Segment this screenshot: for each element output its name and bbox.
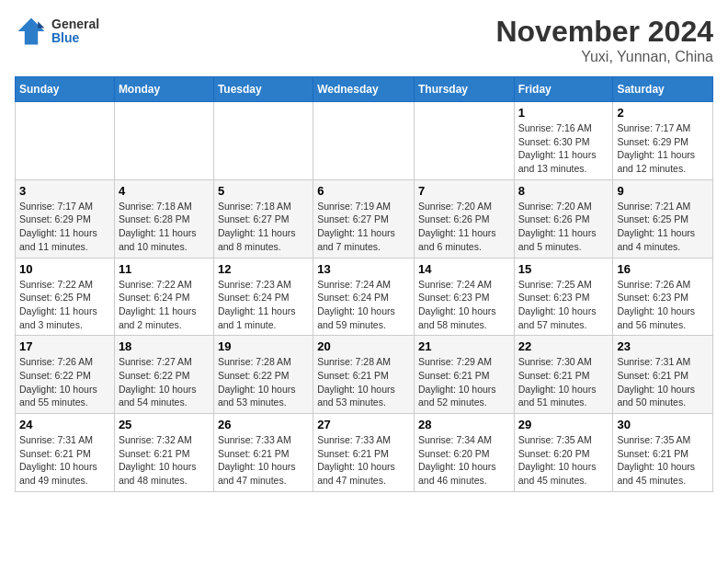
day-info: Sunrise: 7:23 AMSunset: 6:24 PMDaylight:… xyxy=(218,278,309,332)
day-number: 23 xyxy=(617,339,709,353)
calendar-day-cell: 1Sunrise: 7:16 AMSunset: 6:30 PMDaylight… xyxy=(514,102,613,180)
logo-blue: Blue xyxy=(51,31,99,45)
day-number: 24 xyxy=(19,418,110,431)
day-number: 21 xyxy=(418,339,510,353)
day-of-week-header: Friday xyxy=(514,77,613,102)
calendar-day-cell: 27Sunrise: 7:33 AMSunset: 6:21 PMDayligh… xyxy=(313,414,415,492)
calendar-day-cell: 14Sunrise: 7:24 AMSunset: 6:23 PMDayligh… xyxy=(414,258,514,336)
day-info: Sunrise: 7:18 AMSunset: 6:27 PMDaylight:… xyxy=(218,200,309,254)
day-number: 10 xyxy=(19,262,110,276)
day-number: 16 xyxy=(617,262,709,276)
page-header: General Blue November 2024 Yuxi, Yunnan,… xyxy=(15,15,713,65)
logo: General Blue xyxy=(15,15,99,48)
calendar-day-cell: 24Sunrise: 7:31 AMSunset: 6:21 PMDayligh… xyxy=(16,414,115,492)
day-number: 17 xyxy=(19,339,110,353)
calendar-week-row: 1Sunrise: 7:16 AMSunset: 6:30 PMDaylight… xyxy=(16,102,713,180)
calendar-week-row: 24Sunrise: 7:31 AMSunset: 6:21 PMDayligh… xyxy=(16,414,713,492)
day-info: Sunrise: 7:24 AMSunset: 6:24 PMDaylight:… xyxy=(317,278,410,332)
calendar-day-cell xyxy=(313,102,415,180)
day-info: Sunrise: 7:35 AMSunset: 6:20 PMDaylight:… xyxy=(518,433,609,488)
day-info: Sunrise: 7:26 AMSunset: 6:23 PMDaylight:… xyxy=(617,278,709,332)
calendar-day-cell: 20Sunrise: 7:28 AMSunset: 6:21 PMDayligh… xyxy=(313,336,415,414)
calendar-table: SundayMondayTuesdayWednesdayThursdayFrid… xyxy=(15,76,713,492)
day-info: Sunrise: 7:27 AMSunset: 6:22 PMDaylight:… xyxy=(119,355,210,409)
calendar-day-cell: 17Sunrise: 7:26 AMSunset: 6:22 PMDayligh… xyxy=(16,336,115,414)
calendar-day-cell: 10Sunrise: 7:22 AMSunset: 6:25 PMDayligh… xyxy=(16,258,115,336)
calendar-day-cell: 2Sunrise: 7:17 AMSunset: 6:29 PMDaylight… xyxy=(613,102,713,180)
day-info: Sunrise: 7:34 AMSunset: 6:20 PMDaylight:… xyxy=(418,433,510,488)
day-number: 5 xyxy=(218,184,309,198)
day-info: Sunrise: 7:35 AMSunset: 6:21 PMDaylight:… xyxy=(617,433,709,488)
day-number: 19 xyxy=(218,339,309,353)
calendar-day-cell: 25Sunrise: 7:32 AMSunset: 6:21 PMDayligh… xyxy=(114,414,213,492)
day-of-week-header: Sunday xyxy=(16,77,115,102)
day-number: 2 xyxy=(617,106,709,120)
calendar-day-cell xyxy=(16,102,115,180)
day-info: Sunrise: 7:25 AMSunset: 6:23 PMDaylight:… xyxy=(518,278,609,332)
calendar-day-cell: 29Sunrise: 7:35 AMSunset: 6:20 PMDayligh… xyxy=(514,414,613,492)
day-info: Sunrise: 7:21 AMSunset: 6:25 PMDaylight:… xyxy=(617,200,709,254)
location: Yuxi, Yunnan, China xyxy=(495,49,713,65)
day-info: Sunrise: 7:19 AMSunset: 6:27 PMDaylight:… xyxy=(317,200,410,254)
day-info: Sunrise: 7:20 AMSunset: 6:26 PMDaylight:… xyxy=(418,200,510,254)
day-number: 7 xyxy=(418,184,510,198)
day-info: Sunrise: 7:32 AMSunset: 6:21 PMDaylight:… xyxy=(119,433,210,488)
calendar-day-cell: 5Sunrise: 7:18 AMSunset: 6:27 PMDaylight… xyxy=(213,179,313,258)
day-number: 26 xyxy=(218,418,309,431)
calendar-day-cell: 22Sunrise: 7:30 AMSunset: 6:21 PMDayligh… xyxy=(514,336,613,414)
svg-marker-1 xyxy=(38,21,44,28)
day-info: Sunrise: 7:31 AMSunset: 6:21 PMDaylight:… xyxy=(19,433,110,488)
day-number: 30 xyxy=(617,418,709,431)
day-info: Sunrise: 7:20 AMSunset: 6:26 PMDaylight:… xyxy=(518,200,609,254)
calendar-day-cell: 18Sunrise: 7:27 AMSunset: 6:22 PMDayligh… xyxy=(114,336,213,414)
day-number: 3 xyxy=(19,184,110,198)
month-title: November 2024 xyxy=(495,15,713,49)
calendar-week-row: 10Sunrise: 7:22 AMSunset: 6:25 PMDayligh… xyxy=(16,258,713,336)
day-number: 18 xyxy=(119,339,210,353)
day-number: 9 xyxy=(617,184,709,198)
day-number: 29 xyxy=(518,418,609,431)
day-of-week-header: Wednesday xyxy=(313,77,415,102)
logo-text: General Blue xyxy=(51,17,99,46)
day-info: Sunrise: 7:17 AMSunset: 6:29 PMDaylight:… xyxy=(19,200,110,254)
calendar-header-row: SundayMondayTuesdayWednesdayThursdayFrid… xyxy=(16,77,713,102)
day-number: 25 xyxy=(119,418,210,431)
calendar-day-cell: 6Sunrise: 7:19 AMSunset: 6:27 PMDaylight… xyxy=(313,179,415,258)
day-info: Sunrise: 7:26 AMSunset: 6:22 PMDaylight:… xyxy=(19,355,110,409)
day-of-week-header: Monday xyxy=(114,77,213,102)
day-number: 20 xyxy=(317,339,410,353)
day-number: 28 xyxy=(418,418,510,431)
calendar-day-cell: 7Sunrise: 7:20 AMSunset: 6:26 PMDaylight… xyxy=(414,179,514,258)
svg-marker-0 xyxy=(18,18,45,45)
day-info: Sunrise: 7:16 AMSunset: 6:30 PMDaylight:… xyxy=(518,121,609,176)
calendar-day-cell: 16Sunrise: 7:26 AMSunset: 6:23 PMDayligh… xyxy=(613,258,713,336)
calendar-day-cell xyxy=(414,102,514,180)
day-info: Sunrise: 7:31 AMSunset: 6:21 PMDaylight:… xyxy=(617,355,709,409)
calendar-day-cell: 13Sunrise: 7:24 AMSunset: 6:24 PMDayligh… xyxy=(313,258,415,336)
day-number: 14 xyxy=(418,262,510,276)
day-info: Sunrise: 7:18 AMSunset: 6:28 PMDaylight:… xyxy=(119,200,210,254)
calendar-day-cell: 21Sunrise: 7:29 AMSunset: 6:21 PMDayligh… xyxy=(414,336,514,414)
title-area: November 2024 Yuxi, Yunnan, China xyxy=(495,15,713,65)
logo-general: General xyxy=(51,17,99,31)
day-number: 1 xyxy=(518,106,609,120)
calendar-day-cell: 11Sunrise: 7:22 AMSunset: 6:24 PMDayligh… xyxy=(114,258,213,336)
calendar-week-row: 17Sunrise: 7:26 AMSunset: 6:22 PMDayligh… xyxy=(16,336,713,414)
day-number: 4 xyxy=(119,184,210,198)
day-number: 27 xyxy=(317,418,410,431)
day-info: Sunrise: 7:33 AMSunset: 6:21 PMDaylight:… xyxy=(218,433,309,488)
day-of-week-header: Saturday xyxy=(613,77,713,102)
calendar-day-cell xyxy=(114,102,213,180)
calendar-day-cell: 8Sunrise: 7:20 AMSunset: 6:26 PMDaylight… xyxy=(514,179,613,258)
calendar-day-cell: 23Sunrise: 7:31 AMSunset: 6:21 PMDayligh… xyxy=(613,336,713,414)
day-info: Sunrise: 7:24 AMSunset: 6:23 PMDaylight:… xyxy=(418,278,510,332)
calendar-day-cell: 3Sunrise: 7:17 AMSunset: 6:29 PMDaylight… xyxy=(16,179,115,258)
logo-icon xyxy=(15,15,48,48)
day-number: 8 xyxy=(518,184,609,198)
day-info: Sunrise: 7:22 AMSunset: 6:25 PMDaylight:… xyxy=(19,278,110,332)
day-info: Sunrise: 7:33 AMSunset: 6:21 PMDaylight:… xyxy=(317,433,410,488)
calendar-week-row: 3Sunrise: 7:17 AMSunset: 6:29 PMDaylight… xyxy=(16,179,713,258)
calendar-day-cell: 26Sunrise: 7:33 AMSunset: 6:21 PMDayligh… xyxy=(213,414,313,492)
day-number: 15 xyxy=(518,262,609,276)
day-number: 11 xyxy=(119,262,210,276)
